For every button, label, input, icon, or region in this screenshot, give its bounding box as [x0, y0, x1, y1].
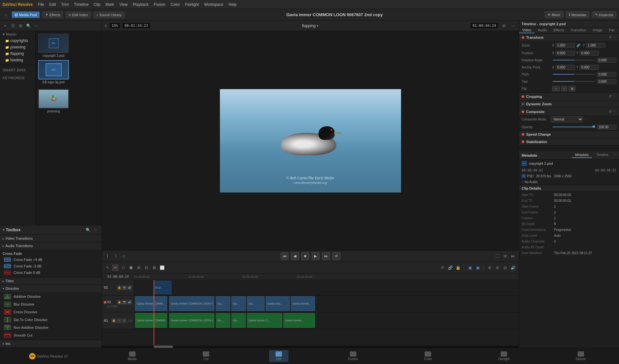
- menu-help[interactable]: Help: [229, 2, 237, 7]
- audio-flag-icon[interactable]: ▣: [474, 265, 481, 271]
- mixer-button[interactable]: ≋ Mixer: [545, 11, 563, 18]
- prev-next-icon[interactable]: ⏭: [510, 253, 516, 259]
- crossfade-0-item[interactable]: Cross Fade 0 dB: [0, 269, 102, 276]
- cross-dissolve-item[interactable]: Cross Dissolve: [0, 308, 102, 316]
- timecode-display[interactable]: 00:01:34:23: [123, 23, 150, 28]
- loop-timeline-icon[interactable]: ↺: [439, 265, 446, 271]
- menu-trim[interactable]: Trim: [61, 2, 69, 7]
- play-reverse-button[interactable]: ◀: [291, 252, 299, 260]
- flip-v-button[interactable]: ↕: [561, 86, 567, 91]
- replace-tool-icon[interactable]: ⊠: [151, 265, 157, 271]
- zoom-display[interactable]: 19%: [110, 23, 120, 28]
- thumbnail-preening[interactable]: 🦆 preening: [38, 87, 69, 113]
- tab-audio[interactable]: Audio: [535, 27, 550, 33]
- thumbnail-eblogo[interactable]: EB EB logo-3g.psd: [38, 60, 69, 84]
- go-to-start-button[interactable]: ⏮: [281, 252, 288, 260]
- composite-header[interactable]: Composite ↺ ⋯: [519, 108, 619, 115]
- edit-index-button[interactable]: ≡ Edit Index: [66, 12, 91, 18]
- zoom-out-timeline-icon[interactable]: ⊖: [494, 265, 501, 271]
- menu-playback[interactable]: Playback: [133, 2, 149, 7]
- tab-effects[interactable]: Effects: [550, 27, 567, 33]
- loop-button[interactable]: ↺: [332, 252, 340, 260]
- menu-edit[interactable]: Edit: [49, 2, 56, 7]
- audio-v1-icon[interactable]: 🔊: [127, 300, 132, 305]
- cropping-header[interactable]: Cropping ↺ ⋯: [519, 93, 619, 100]
- pip-icon[interactable]: ⧉: [502, 253, 508, 259]
- menu-fusion[interactable]: Fusion: [154, 2, 166, 7]
- effects-button[interactable]: ✦ Effects: [42, 11, 63, 18]
- clip-a1-4[interactable]: Ga...: [231, 313, 246, 328]
- overwrite-tool-icon[interactable]: ⊟: [143, 265, 150, 271]
- thumbnail-copyright[interactable]: Ps copyright 2.psd: [38, 34, 69, 57]
- trim-tool-icon[interactable]: ✂: [112, 265, 119, 271]
- clip-v1-4[interactable]: Ga...: [231, 296, 246, 311]
- list-view-icon[interactable]: ☰: [10, 23, 16, 29]
- menu-timeline[interactable]: Timeline: [74, 2, 89, 7]
- menu-file[interactable]: File: [38, 2, 44, 7]
- clip-a1-6[interactable]: Gavia immer...: [283, 313, 315, 328]
- transform-header[interactable]: Transform ↺ ⋯: [519, 34, 619, 41]
- link-zoom-icon[interactable]: 🔗: [575, 42, 581, 48]
- search-icon[interactable]: 🔍: [25, 23, 32, 29]
- stop-button[interactable]: ■: [301, 252, 309, 260]
- nav-fairlight[interactable]: Fairlight: [492, 350, 516, 362]
- tab-image[interactable]: Image: [589, 27, 606, 33]
- menu-view[interactable]: View: [119, 2, 128, 7]
- non-additive-dissolve-item[interactable]: Non-Additive Dissolve: [0, 324, 102, 331]
- clip-v1-2[interactable]: Gavia immer COMMON LOON 906...: [169, 296, 214, 311]
- grid-view-icon[interactable]: ⊞: [17, 23, 24, 29]
- select-tool-icon[interactable]: ↖: [104, 265, 111, 271]
- clip-a1-2[interactable]: Gavia immer COMMON LOON 906...: [169, 313, 214, 328]
- zoom-x-input[interactable]: 1.000: [556, 43, 575, 48]
- mark-in-icon[interactable]: ⌈: [104, 253, 111, 259]
- more-options-icon[interactable]: ⋯: [33, 23, 39, 29]
- composite-more-icon[interactable]: ⋯: [584, 117, 588, 121]
- reset-composite-icon[interactable]: ↺: [609, 109, 612, 114]
- tree-item-copyrights[interactable]: 📁 copyrights: [0, 37, 35, 44]
- pitch-input[interactable]: 0.000: [597, 72, 616, 77]
- dynamic-trim-icon[interactable]: ⬢: [128, 265, 134, 271]
- new-bin-icon[interactable]: +: [2, 23, 8, 29]
- fullscreen-icon[interactable]: ⛶: [494, 253, 501, 259]
- metadata-more-icon[interactable]: ⋯: [613, 152, 616, 158]
- rotation-input[interactable]: 0.000: [597, 58, 616, 63]
- blur-dissolve-item[interactable]: Blur Dissolve: [0, 300, 102, 308]
- titles-header[interactable]: ▸ Titles: [0, 277, 102, 285]
- dip-to-color-item[interactable]: Dip To Color Dissolve: [0, 316, 102, 324]
- audio-v2-icon[interactable]: 🔊: [127, 286, 132, 290]
- play-button[interactable]: ▶: [312, 252, 320, 260]
- timeline-tab[interactable]: Timeline: [593, 152, 612, 158]
- lock-a1-icon[interactable]: 🔒: [112, 318, 116, 323]
- menu-clip[interactable]: Clip: [94, 2, 101, 7]
- thumb-box-eblogo[interactable]: EB: [38, 60, 69, 79]
- preview-more-icon[interactable]: ⋯: [510, 23, 516, 29]
- snapping-icon[interactable]: 🔗: [447, 265, 453, 271]
- flip-both-button[interactable]: ⊕: [569, 86, 576, 91]
- speed-change-header[interactable]: Speed Change: [519, 131, 619, 138]
- zoom-y-input[interactable]: 1.000: [586, 43, 605, 48]
- m-btn[interactable]: M: [122, 318, 126, 323]
- zoom-in-timeline-icon[interactable]: ⊕: [486, 265, 493, 271]
- sound-library-button[interactable]: ♪ Sound Library: [93, 12, 125, 18]
- clip-v1-7[interactable]: Gavia immer...: [291, 296, 315, 311]
- fit-timeline-icon[interactable]: ⊟: [502, 265, 508, 271]
- inspector-button[interactable]: ✎ Inspector: [592, 11, 616, 18]
- home-icon[interactable]: ⌂: [3, 12, 9, 18]
- tab-video[interactable]: Video: [519, 27, 535, 33]
- thumb-box-copyright[interactable]: Ps: [38, 34, 69, 53]
- speaker-icon[interactable]: 🔊: [510, 265, 516, 271]
- mark-out-icon[interactable]: ⌉: [112, 253, 119, 259]
- crossfade-plus3-item[interactable]: Cross Fade +3 dB: [0, 256, 102, 263]
- more-transform-icon[interactable]: ⋯: [613, 35, 616, 39]
- dissolve-header[interactable]: ▾ Dissolve: [0, 285, 102, 292]
- lock-v1-icon[interactable]: 🔒: [117, 300, 122, 305]
- nav-color[interactable]: Color: [418, 350, 438, 362]
- position-y-input[interactable]: 0.000: [580, 51, 599, 56]
- clip-v1-3[interactable]: Ga...: [216, 296, 230, 311]
- prev-edit-icon[interactable]: ◁: [120, 253, 126, 259]
- menu-workspace[interactable]: Workspace: [204, 2, 223, 7]
- menu-fairlight[interactable]: Fairlight: [185, 2, 199, 7]
- tree-master[interactable]: ▾ Master: [0, 31, 35, 37]
- insert-tool-icon[interactable]: ⊞: [136, 265, 142, 271]
- tree-item-feeding[interactable]: 📁 feeding: [0, 57, 35, 63]
